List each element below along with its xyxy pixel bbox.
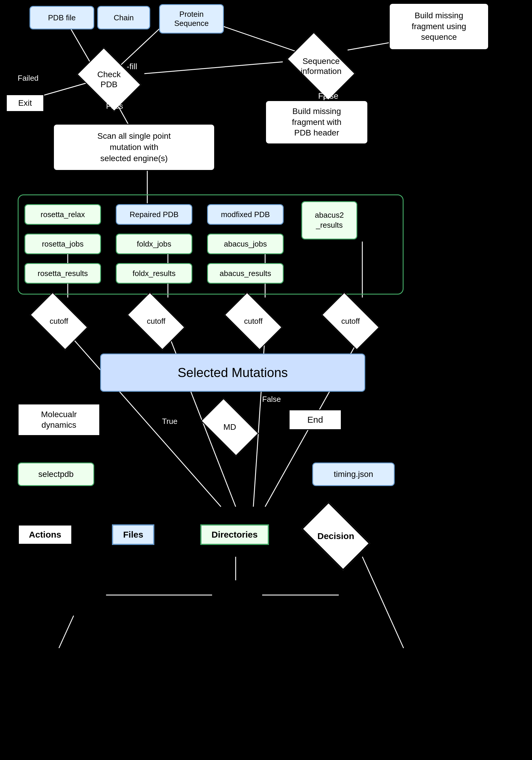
cutoff4-diamond: cutoff [321, 301, 380, 342]
rosetta-relax-label: rosetta_relax [41, 210, 85, 219]
cutoff3-label: cutoff [244, 317, 263, 326]
build-missing-pdb-label: Build missing fragment with PDB header [292, 106, 341, 138]
cutoff1-label: cutoff [49, 317, 68, 326]
pdb-file-label: PDB file [48, 13, 76, 23]
selected-mutations-node: Selected Mutations [100, 354, 365, 392]
legend-actions-label: Actions [29, 530, 61, 539]
legend-decision-diamond: Decision [301, 512, 371, 560]
selectpdb-node: selectpdb [18, 462, 94, 486]
foldx-results-label: foldx_results [132, 269, 175, 278]
abacus2-results-label: abacus2 _results [315, 210, 344, 230]
check-pdb-diamond: Check PDB [76, 53, 141, 106]
engines-group-box: rosetta_relax Repaired PDB modfixed PDB … [18, 194, 404, 295]
legend-directories: Directories [200, 524, 269, 545]
scan-all-node: Scan all single point mutation with sele… [53, 124, 215, 171]
rosetta-relax-node: rosetta_relax [24, 204, 101, 225]
md-diamond: MD [200, 406, 259, 448]
failed-label: Failed [18, 73, 39, 83]
pdb-file-node: PDB file [29, 6, 94, 29]
modfixed-pdb-label: modfixed PDB [221, 210, 270, 219]
false-label-1: False [318, 91, 338, 101]
exit-label: Exit [18, 98, 32, 108]
build-missing-pdb-node: Build missing fragment with PDB header [265, 100, 368, 144]
seq-info-label: Sequence information [301, 56, 342, 76]
foldx-results-node: foldx_results [116, 263, 192, 284]
protein-sequence-node: Protein Sequence [159, 4, 224, 33]
exit-node: Exit [6, 94, 44, 112]
foldx-jobs-node: foldx_jobs [116, 234, 192, 254]
abacus-results-node: abacus_results [207, 263, 284, 284]
cutoff1-diamond: cutoff [29, 301, 88, 342]
legend-actions: Actions [18, 524, 73, 545]
legend-directories-label: Directories [212, 530, 258, 539]
end-label: End [307, 415, 323, 425]
sequence-info-diamond: Sequence information [283, 38, 360, 94]
rosetta-jobs-label: rosetta_jobs [42, 240, 84, 249]
false-label-2: False [262, 395, 281, 404]
rosetta-results-label: rosetta_results [38, 269, 88, 278]
true-label: True [162, 417, 178, 426]
check-pdb-label: Check PDB [97, 70, 121, 89]
selected-mutations-label: Selected Mutations [178, 365, 288, 380]
cutoff3-diamond: cutoff [224, 301, 283, 342]
pass-label: Pass [106, 102, 123, 111]
foldx-jobs-label: foldx_jobs [137, 240, 171, 249]
timing-json-node: timing.json [312, 462, 395, 486]
scan-all-label: Scan all single point mutation with sele… [97, 130, 170, 164]
cutoff2-label: cutoff [147, 317, 165, 326]
molecular-dynamics-node: Molecualr dynamics [18, 404, 100, 436]
repaired-pdb-node: Repaired PDB [116, 204, 192, 225]
rosetta-jobs-node: rosetta_jobs [24, 234, 101, 254]
abacus2-results-node: abacus2 _results [301, 201, 357, 240]
selectpdb-label: selectpdb [38, 470, 73, 479]
molecular-dynamics-label: Molecualr dynamics [41, 409, 76, 431]
legend-decision-label: Decision [317, 531, 354, 541]
md-label: MD [223, 422, 236, 432]
abacus-results-label: abacus_results [220, 269, 271, 278]
chain-label: Chain [114, 13, 134, 23]
legend-files-label: Files [123, 530, 143, 539]
timing-json-label: timing.json [334, 470, 373, 479]
build-missing-seq-node: Build missing fragment using sequence [389, 3, 489, 50]
build-missing-seq-label: Build missing fragment using sequence [411, 10, 466, 42]
chain-node: Chain [97, 6, 150, 29]
repaired-pdb-label: Repaired PDB [130, 210, 178, 219]
rosetta-results-node: rosetta_results [24, 263, 101, 284]
legend-files: Files [112, 524, 154, 545]
cutoff4-label: cutoff [341, 317, 360, 326]
cutoff2-diamond: cutoff [127, 301, 186, 342]
svg-line-20 [59, 616, 73, 648]
abacus-jobs-node: abacus_jobs [207, 234, 284, 254]
abacus-jobs-label: abacus_jobs [224, 240, 267, 249]
protein-seq-label: Protein Sequence [174, 10, 209, 28]
flowchart: PDB file Chain Protein Sequence Build mi… [0, 0, 532, 760]
svg-line-7 [144, 62, 283, 73]
end-node: End [289, 409, 342, 430]
svg-line-21 [362, 557, 404, 648]
modfixed-pdb-node: modfixed PDB [207, 204, 284, 225]
